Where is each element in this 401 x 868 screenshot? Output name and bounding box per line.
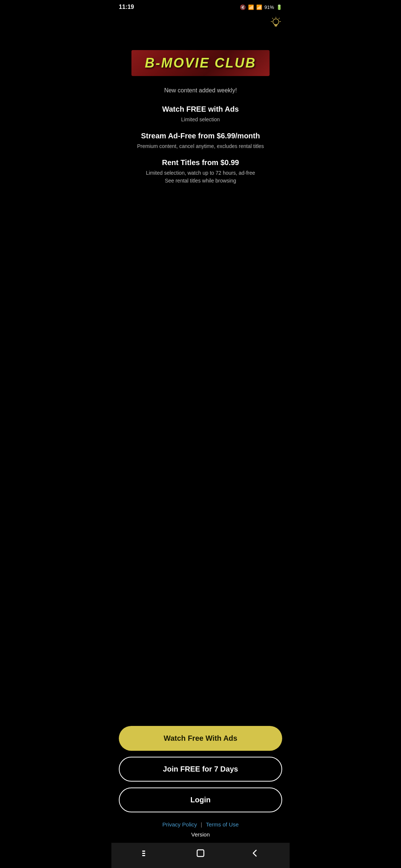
feature-watch-free: Watch FREE with Ads Limited selection: [123, 105, 278, 124]
buttons-area: Watch Free With Ads Join FREE for 7 Days…: [111, 726, 290, 816]
login-button[interactable]: Login: [119, 788, 282, 812]
logo-container: B-MOVIE CLUB: [123, 50, 278, 76]
svg-rect-10: [142, 855, 145, 856]
feature-watch-free-desc: Limited selection: [123, 116, 278, 124]
spacer: [111, 463, 290, 726]
battery-icon: 🔋: [276, 4, 282, 10]
watch-free-ads-button[interactable]: Watch Free With Ads: [119, 726, 282, 751]
nav-bar: [111, 843, 290, 868]
feature-stream-adfree-desc: Premium content, cancel anytime, exclude…: [123, 142, 278, 150]
tagline: New content added weekly!: [164, 87, 237, 94]
status-bar: 11:19 🔇 📶 📶 91% 🔋: [111, 0, 290, 13]
feature-rent-desc: Limited selection, watch up to 72 hours,…: [123, 169, 278, 185]
mute-icon: 🔇: [240, 4, 246, 10]
signal-icon: 📶: [256, 4, 262, 10]
feature-stream-adfree: Stream Ad-Free from $6.99/month Premium …: [123, 132, 278, 150]
feature-watch-free-title: Watch FREE with Ads: [123, 105, 278, 114]
svg-line-2: [279, 18, 280, 19]
footer-separator: |: [201, 821, 202, 828]
status-icons: 🔇 📶 📶 91% 🔋: [240, 4, 282, 10]
feature-stream-adfree-title: Stream Ad-Free from $6.99/month: [123, 132, 278, 140]
nav-home-icon[interactable]: [195, 848, 206, 861]
lightbulb-icon[interactable]: [270, 16, 282, 32]
version-text: Version: [111, 829, 290, 843]
nav-back-icon[interactable]: [250, 848, 260, 861]
join-free-button[interactable]: Join FREE for 7 Days: [119, 757, 282, 782]
logo-text: B-MOVIE CLUB: [145, 55, 256, 70]
main-content: B-MOVIE CLUB New content added weekly! W…: [111, 32, 290, 463]
lightbulb-container: [111, 13, 290, 32]
feature-rent: Rent Titles from $0.99 Limited selection…: [123, 158, 278, 185]
footer-links: Privacy Policy | Terms of Use: [111, 816, 290, 829]
nav-menu-icon[interactable]: [141, 848, 151, 861]
svg-rect-11: [197, 850, 204, 857]
svg-line-1: [272, 18, 273, 19]
battery-text: 91%: [264, 4, 274, 10]
terms-of-use-link[interactable]: Terms of Use: [206, 821, 238, 828]
privacy-policy-link[interactable]: Privacy Policy: [162, 821, 197, 828]
svg-point-5: [273, 19, 279, 25]
logo-box: B-MOVIE CLUB: [131, 50, 270, 76]
status-time: 11:19: [119, 4, 134, 10]
svg-rect-8: [142, 851, 145, 852]
svg-rect-9: [142, 853, 145, 854]
feature-rent-title: Rent Titles from $0.99: [123, 158, 278, 167]
wifi-icon: 📶: [248, 4, 254, 10]
